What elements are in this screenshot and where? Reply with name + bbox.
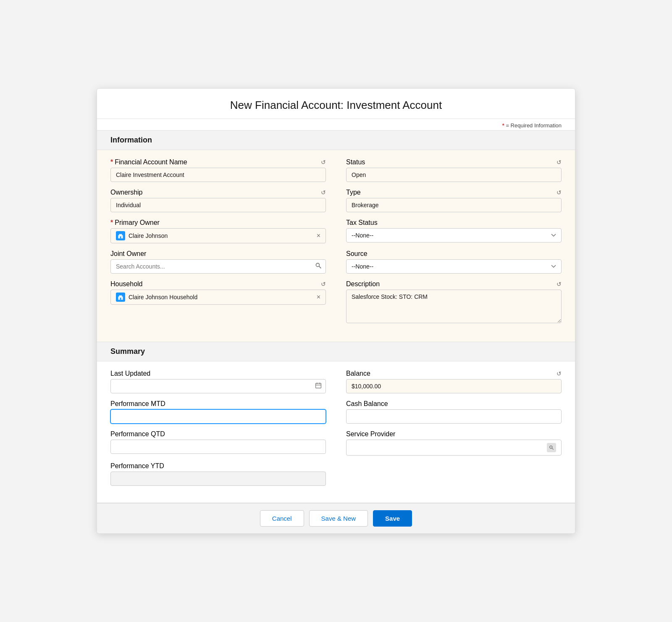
required-asterisk: * (502, 122, 504, 129)
field-financial-account-name: * Financial Account Name ↺ (110, 158, 326, 182)
field-performance-qtd: Performance QTD (110, 430, 326, 456)
field-performance-ytd: Performance YTD (110, 462, 326, 486)
svg-line-13 (552, 448, 554, 450)
select-ownership[interactable]: Individual Joint Other (110, 198, 326, 212)
field-label-row-performance-mtd: Performance MTD (110, 400, 326, 408)
required-note-text: = Required Information (506, 122, 562, 129)
field-label-row-service-provider: Service Provider (346, 430, 562, 438)
search-icon (315, 262, 322, 271)
required-note: * = Required Information (97, 119, 575, 130)
lookup-household[interactable]: Claire Johnson Household × (110, 290, 326, 305)
field-balance: Balance ↺ (346, 370, 562, 393)
field-label-row-type: Type ↺ (346, 189, 562, 196)
label-cash-balance: Cash Balance (346, 400, 388, 408)
cancel-button[interactable]: Cancel (260, 510, 304, 527)
lookup-icon (549, 445, 554, 450)
calendar-icon[interactable] (315, 382, 322, 390)
label-financial-account-name: Financial Account Name (115, 158, 187, 166)
input-performance-qtd[interactable] (110, 440, 326, 454)
label-status: Status (346, 158, 365, 166)
field-type: Type ↺ Brokerage IRA 401k Other (346, 189, 562, 212)
textarea-description[interactable]: Salesforce Stock: STO: CRM (346, 290, 562, 323)
input-joint-owner[interactable] (110, 259, 326, 274)
input-performance-ytd[interactable] (110, 472, 326, 486)
save-new-button[interactable]: Save & New (309, 510, 368, 527)
reset-ownership[interactable]: ↺ (321, 189, 326, 196)
select-tax-status[interactable]: --None-- Taxable Tax-Exempt (346, 228, 562, 242)
section-summary-body: Last Updated Balance ↺ (97, 361, 575, 503)
svg-rect-7 (120, 298, 121, 300)
input-financial-account-name[interactable] (110, 168, 326, 182)
field-label-row-tax-status: Tax Status (346, 219, 562, 227)
reset-balance[interactable]: ↺ (556, 370, 562, 377)
clear-household[interactable]: × (317, 294, 320, 300)
lookup-primary-owner[interactable]: Claire Johnson × (110, 228, 326, 243)
field-label-row-account-name: * Financial Account Name ↺ (110, 158, 326, 166)
label-ownership: Ownership (110, 189, 142, 196)
section-information-label: Information (110, 136, 152, 144)
label-last-updated: Last Updated (110, 370, 150, 377)
reset-household[interactable]: ↺ (321, 281, 326, 287)
field-ownership: Ownership ↺ Individual Joint Other (110, 189, 326, 212)
select-status[interactable]: Open Closed Pending (346, 168, 562, 182)
lookup-service-provider[interactable] (346, 440, 562, 456)
section-information-header: Information (97, 130, 575, 150)
field-label-row-source: Source (346, 250, 562, 258)
svg-rect-6 (119, 295, 122, 297)
date-last-updated (110, 379, 326, 393)
field-last-updated: Last Updated (110, 370, 326, 393)
svg-rect-1 (119, 234, 122, 236)
field-label-row-balance: Balance ↺ (346, 370, 562, 377)
primary-owner-icon (116, 231, 125, 240)
input-last-updated[interactable] (110, 379, 326, 393)
label-source: Source (346, 250, 368, 258)
label-description: Description (346, 280, 380, 288)
clear-primary-owner[interactable]: × (317, 232, 320, 239)
field-performance-mtd: Performance MTD (110, 400, 326, 424)
reset-financial-account-name[interactable]: ↺ (321, 159, 326, 166)
field-status: Status ↺ Open Closed Pending (346, 158, 562, 182)
field-label-row-performance-qtd: Performance QTD (110, 430, 326, 438)
svg-rect-2 (120, 236, 121, 238)
input-balance[interactable] (346, 379, 562, 393)
reset-status[interactable]: ↺ (556, 159, 562, 166)
spacer-right (346, 462, 562, 486)
label-balance: Balance (346, 370, 370, 377)
input-cash-balance[interactable] (346, 409, 562, 424)
label-performance-ytd: Performance YTD (110, 462, 164, 470)
svg-point-3 (316, 263, 319, 266)
field-label-row-ownership: Ownership ↺ (110, 189, 326, 196)
input-performance-mtd[interactable] (110, 409, 326, 424)
section-summary-header: Summary (97, 342, 575, 361)
reset-description[interactable]: ↺ (556, 281, 562, 287)
field-cash-balance: Cash Balance (346, 400, 562, 424)
modal-header: New Financial Account: Investment Accoun… (97, 89, 575, 119)
label-primary-owner: Primary Owner (115, 219, 160, 227)
summary-form-grid: Last Updated Balance ↺ (110, 370, 562, 493)
section-summary-label: Summary (110, 347, 145, 356)
save-button[interactable]: Save (373, 510, 412, 527)
household-value: Claire Johnson Household (129, 294, 313, 300)
label-household: Household (110, 280, 143, 288)
svg-line-4 (319, 266, 321, 269)
label-tax-status: Tax Status (346, 219, 378, 227)
label-joint-owner: Joint Owner (110, 250, 146, 258)
select-type[interactable]: Brokerage IRA 401k Other (346, 198, 562, 212)
label-type: Type (346, 189, 361, 196)
label-performance-qtd: Performance QTD (110, 430, 165, 438)
field-household: Household ↺ Claire Johnson Household × (110, 280, 326, 325)
field-label-row-performance-ytd: Performance YTD (110, 462, 326, 470)
field-label-row-household: Household ↺ (110, 280, 326, 288)
modal-footer: Cancel Save & New Save (97, 503, 575, 533)
field-label-row-primary-owner: * Primary Owner (110, 219, 326, 227)
reset-type[interactable]: ↺ (556, 189, 562, 196)
svg-rect-8 (316, 383, 321, 388)
required-star-primary-owner: * (110, 219, 113, 227)
field-primary-owner: * Primary Owner Claire Johnson × (110, 219, 326, 243)
search-joint-owner (110, 259, 326, 274)
label-service-provider: Service Provider (346, 430, 395, 438)
field-label-row-cash-balance: Cash Balance (346, 400, 562, 408)
required-star-account-name: * (110, 158, 113, 166)
select-source[interactable]: --None-- Referral Direct (346, 259, 562, 274)
field-label-row-joint-owner: Joint Owner (110, 250, 326, 258)
